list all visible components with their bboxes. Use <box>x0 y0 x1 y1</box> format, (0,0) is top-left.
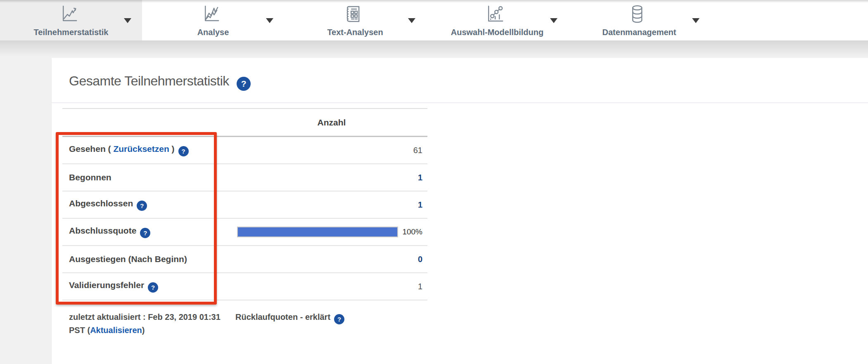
content-card: Gesamte Teilnehmerstatistik? Anzahl Gese… <box>52 58 868 364</box>
database-icon <box>627 4 647 24</box>
table-row-begonnen: Begonnen 1 <box>62 164 427 191</box>
multi-line-chart-icon <box>201 4 221 24</box>
chevron-down-icon[interactable] <box>550 18 557 23</box>
aktualisieren-link[interactable]: Aktualisieren <box>90 326 142 335</box>
progress-bar-fill <box>238 227 397 236</box>
help-icon[interactable]: ? <box>178 146 189 156</box>
tab-label: Text-Analysen <box>284 28 426 37</box>
zuruecksetzen-link[interactable]: Zurücksetzen <box>113 144 169 154</box>
help-icon[interactable]: ? <box>137 201 147 211</box>
tab-label: Teilnehmerstatistik <box>0 28 142 37</box>
row-value: 0 <box>236 255 427 264</box>
row-label: Validierungsfehler? <box>62 280 236 293</box>
tab-teilnehmerstatistik[interactable]: Teilnehmerstatistik <box>0 0 142 40</box>
row-label: Abgeschlossen? <box>62 199 236 211</box>
row-value: 100% <box>236 227 427 237</box>
tab-text-analysen[interactable]: Text-Analysen <box>284 0 426 40</box>
table-row-abgeschlossen: Abgeschlossen? 1 <box>62 191 427 219</box>
statistics-table: Anzahl Gesehen ( Zurücksetzen )? 61 Bego… <box>62 108 427 300</box>
tab-auswahl-modellbildung[interactable]: Auswahl-Modellbildung <box>426 0 568 40</box>
page-title-text: Gesamte Teilnehmerstatistik <box>69 73 229 88</box>
table-row-gesehen: Gesehen ( Zurücksetzen )? 61 <box>62 137 427 164</box>
row-label: Gesehen ( Zurücksetzen )? <box>62 144 236 156</box>
line-chart-icon <box>59 4 79 24</box>
help-icon[interactable]: ? <box>334 314 344 324</box>
chevron-down-icon[interactable] <box>692 18 700 23</box>
card-header: Gesamte Teilnehmerstatistik? <box>52 58 868 103</box>
row-value: 61 <box>236 146 427 155</box>
text-report-icon <box>343 4 363 24</box>
response-rates-explained: Rücklaufquoten - erklärt? <box>235 310 344 324</box>
chevron-down-icon[interactable] <box>408 18 415 23</box>
page-title: Gesamte Teilnehmerstatistik? <box>69 73 251 91</box>
table-header-row: Anzahl <box>62 109 427 137</box>
row-label: Ausgestiegen (Nach Beginn) <box>62 254 236 264</box>
top-navigation: Teilnehmerstatistik Analyse <box>0 0 868 40</box>
tab-label: Datenmanagement <box>568 28 710 37</box>
row-label: Begonnen <box>62 173 236 182</box>
anzahl-column-header: Anzahl <box>236 118 427 128</box>
help-icon[interactable]: ? <box>148 282 158 293</box>
last-updated-text: zuletzt aktualisiert : Feb 23, 2019 01:3… <box>69 310 234 337</box>
row-value: 1 <box>236 173 427 182</box>
tab-datenmanagement[interactable]: Datenmanagement <box>568 0 710 40</box>
scatter-model-icon <box>485 4 505 24</box>
table-row-validierungsfehler: Validierungsfehler? 1 <box>62 273 427 300</box>
chevron-down-icon[interactable] <box>266 18 273 23</box>
row-label: Abschlussquote? <box>62 226 236 238</box>
table-row-ausgestiegen: Ausgestiegen (Nach Beginn) 0 <box>62 246 427 273</box>
tab-analyse[interactable]: Analyse <box>142 0 284 40</box>
tab-label: Auswahl-Modellbildung <box>426 28 568 37</box>
progress-bar-track <box>237 227 398 237</box>
row-value: 1 <box>236 282 427 291</box>
row-value: 1 <box>236 200 427 210</box>
table-row-abschlussquote: Abschlussquote? 100% <box>62 219 427 246</box>
tab-label: Analyse <box>142 28 284 37</box>
help-icon[interactable]: ? <box>140 228 150 238</box>
chevron-down-icon[interactable] <box>124 18 131 23</box>
page-background: Gesamte Teilnehmerstatistik? Anzahl Gese… <box>0 40 868 364</box>
help-icon[interactable]: ? <box>237 77 251 91</box>
progress-percent-label: 100% <box>402 227 422 236</box>
